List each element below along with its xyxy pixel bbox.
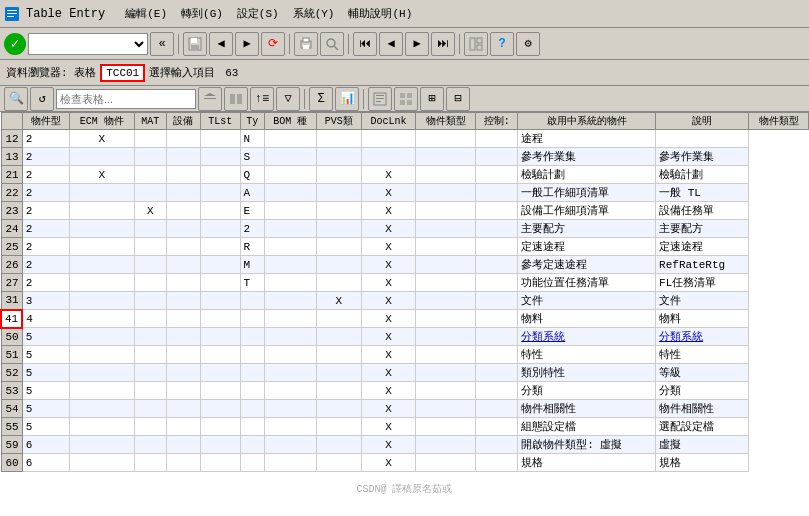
cell-equip[interactable]	[166, 292, 200, 310]
cell-pvs[interactable]	[316, 202, 361, 220]
sum-button[interactable]: Σ	[309, 87, 333, 111]
cell-objtype2[interactable]: 文件	[656, 292, 749, 310]
tool-btn-3[interactable]	[198, 87, 222, 111]
cell-objtype[interactable]: 2	[22, 184, 69, 202]
cell-ecm[interactable]: X	[69, 130, 134, 148]
search-input[interactable]	[56, 89, 196, 109]
cell-ctrl[interactable]	[476, 400, 518, 418]
cell-tlst[interactable]	[201, 346, 241, 364]
cell-pvs[interactable]	[316, 328, 361, 346]
cell-mat[interactable]	[134, 418, 166, 436]
cell-bom[interactable]	[264, 148, 316, 166]
col-header-desc[interactable]: 說明	[656, 113, 749, 130]
cell-objtype2[interactable]: RefRateRtg	[656, 256, 749, 274]
cell-ecm[interactable]	[69, 364, 134, 382]
table-row[interactable]: 212XQX檢驗計劃檢驗計劃	[1, 166, 809, 184]
cell-objtype[interactable]: 2	[22, 238, 69, 256]
col-header-pvs[interactable]: PVS類	[316, 113, 361, 130]
cell-mat[interactable]	[134, 184, 166, 202]
cell-objtype[interactable]: 2	[22, 220, 69, 238]
layout-button[interactable]	[464, 32, 488, 56]
cell-ty[interactable]	[240, 346, 264, 364]
cell-bom[interactable]	[264, 400, 316, 418]
cell-objtype[interactable]: 2	[22, 166, 69, 184]
cell-bom[interactable]	[264, 274, 316, 292]
cell-bom[interactable]	[264, 310, 316, 328]
cell-objclass[interactable]	[416, 184, 476, 202]
cell-ctrl[interactable]	[476, 130, 518, 148]
cell-equip[interactable]	[166, 202, 200, 220]
nav-last[interactable]: ⏭	[431, 32, 455, 56]
save-button[interactable]	[183, 32, 207, 56]
menu-help[interactable]: 輔助說明(H)	[342, 4, 418, 23]
cell-objtype[interactable]: 5	[22, 382, 69, 400]
cell-objtype2[interactable]: 選配設定檔	[656, 418, 749, 436]
cell-equip[interactable]	[166, 364, 200, 382]
cell-objclass[interactable]	[416, 436, 476, 454]
command-dropdown[interactable]	[28, 33, 148, 55]
cell-objtype[interactable]: 5	[22, 418, 69, 436]
cell-doclink[interactable]: X	[361, 454, 416, 472]
table-row[interactable]: 252RX定速途程定速途程	[1, 238, 809, 256]
col-header-ty[interactable]: Ty	[240, 113, 264, 130]
cell-equip[interactable]	[166, 256, 200, 274]
sort-asc-button[interactable]: ↑≡	[250, 87, 274, 111]
cell-ecm[interactable]: X	[69, 166, 134, 184]
cell-ty[interactable]	[240, 436, 264, 454]
table-row[interactable]: 232XEX設備工作細項清單設備任務單	[1, 202, 809, 220]
cell-desc[interactable]: 檢驗計劃	[518, 166, 656, 184]
cell-objtype[interactable]: 2	[22, 130, 69, 148]
cell-ecm[interactable]	[69, 310, 134, 328]
col-header-doclink[interactable]: DocLnk	[361, 113, 416, 130]
nav-next[interactable]: ▶	[405, 32, 429, 56]
cell-ty[interactable]	[240, 310, 264, 328]
cell-pvs[interactable]	[316, 256, 361, 274]
cell-ctrl[interactable]	[476, 238, 518, 256]
cell-bom[interactable]	[264, 292, 316, 310]
cell-ctrl[interactable]	[476, 202, 518, 220]
cell-objclass[interactable]	[416, 166, 476, 184]
cell-pvs[interactable]	[316, 184, 361, 202]
cell-ty[interactable]: R	[240, 238, 264, 256]
cell-ecm[interactable]	[69, 220, 134, 238]
table-row[interactable]: 132S參考作業集參考作業集	[1, 148, 809, 166]
cell-desc[interactable]: 一般工作細項清單	[518, 184, 656, 202]
forward-button[interactable]: ▶	[235, 32, 259, 56]
cell-doclink[interactable]: X	[361, 184, 416, 202]
cell-doclink[interactable]: X	[361, 382, 416, 400]
cell-tlst[interactable]	[201, 220, 241, 238]
cell-ecm[interactable]	[69, 418, 134, 436]
cell-ctrl[interactable]	[476, 184, 518, 202]
back-button[interactable]: ◀	[209, 32, 233, 56]
cell-tlst[interactable]	[201, 202, 241, 220]
table-code[interactable]: TCC01	[100, 64, 145, 82]
cell-objtype[interactable]: 2	[22, 274, 69, 292]
cell-objtype2[interactable]: 物件相關性	[656, 400, 749, 418]
cell-desc[interactable]: 文件	[518, 292, 656, 310]
cell-ecm[interactable]	[69, 382, 134, 400]
cell-bom[interactable]	[264, 346, 316, 364]
cell-objtype2[interactable]: 等級	[656, 364, 749, 382]
cell-tlst[interactable]	[201, 292, 241, 310]
refresh-button[interactable]: ⟳	[261, 32, 285, 56]
chart-button[interactable]: 📊	[335, 87, 359, 111]
cell-ctrl[interactable]	[476, 382, 518, 400]
cell-objtype2[interactable]: 分類系統	[656, 328, 749, 346]
cell-doclink[interactable]: X	[361, 364, 416, 382]
cell-objclass[interactable]	[416, 400, 476, 418]
cell-objtype[interactable]: 3	[22, 292, 69, 310]
cell-objtype2[interactable]: 參考作業集	[656, 148, 749, 166]
settings-button[interactable]: ⚙	[516, 32, 540, 56]
table-row[interactable]: 2422X主要配方主要配方	[1, 220, 809, 238]
cell-ty[interactable]: N	[240, 130, 264, 148]
cell-tlst[interactable]	[201, 184, 241, 202]
status-ok-button[interactable]: ✓	[4, 33, 26, 55]
cell-bom[interactable]	[264, 238, 316, 256]
cell-mat[interactable]	[134, 148, 166, 166]
cell-ty[interactable]	[240, 454, 264, 472]
cell-ty[interactable]: A	[240, 184, 264, 202]
cell-ctrl[interactable]	[476, 418, 518, 436]
col-header-mat[interactable]: MAT	[134, 113, 166, 130]
cell-objclass[interactable]	[416, 382, 476, 400]
cell-tlst[interactable]	[201, 148, 241, 166]
